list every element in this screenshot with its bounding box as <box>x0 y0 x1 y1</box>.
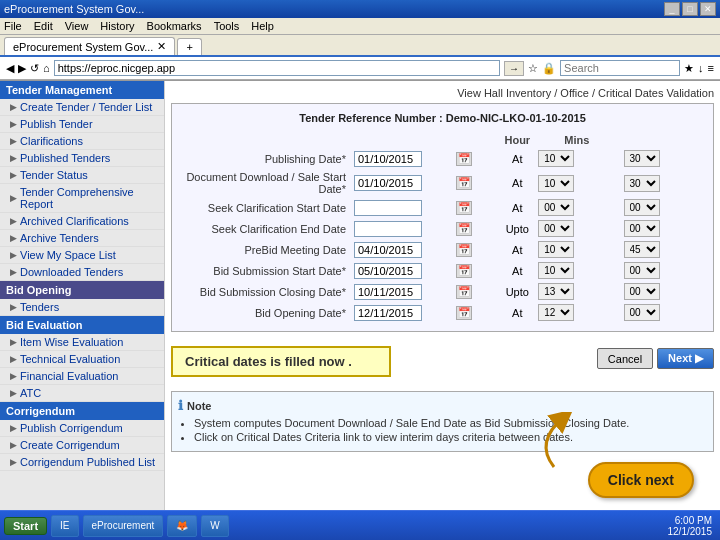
menu-history[interactable]: History <box>100 20 134 32</box>
menu-file[interactable]: File <box>4 20 22 32</box>
calendar-icon-7[interactable]: 📅 <box>456 306 472 320</box>
min-select-4[interactable]: 45 <box>624 241 660 258</box>
browser-title: eProcurement System Gov... <box>4 3 144 15</box>
sidebar-item-corrigendum-list[interactable]: ▶Corrigendum Published List <box>0 454 164 471</box>
bid-evaluation-header: Bid Evaluation <box>0 316 164 334</box>
download-icon[interactable]: ↓ <box>698 62 704 74</box>
calendar-icon-0[interactable]: 📅 <box>456 152 472 166</box>
hour-select-0[interactable]: 10 <box>538 150 574 167</box>
sidebar-item-tenders[interactable]: ▶Tenders <box>0 299 164 316</box>
table-row: PreBid Meeting Date 📅 At 10 45 <box>180 239 705 260</box>
sidebar-item-tender-report[interactable]: ▶Tender Comprehensive Report <box>0 184 164 213</box>
sidebar-item-publish-corrigendum[interactable]: ▶Publish Corrigendum <box>0 420 164 437</box>
sidebar-item-create-tender[interactable]: ▶Create Tender / Tender List <box>0 99 164 116</box>
date-input-3[interactable] <box>354 221 422 237</box>
table-row: Publishing Date* 📅 At 10 30 <box>180 148 705 169</box>
go-button[interactable]: → <box>504 61 524 76</box>
min-select-6[interactable]: 00 <box>624 283 660 300</box>
forward-button[interactable]: ▶ <box>18 62 26 75</box>
settings-icon[interactable]: ≡ <box>708 62 714 74</box>
notification-message: Critical dates is filled now . <box>171 346 391 377</box>
taskbar-ie[interactable]: IE <box>51 515 78 537</box>
date-input-0[interactable] <box>354 151 422 167</box>
sidebar-item-archive-tenders[interactable]: ▶Archive Tenders <box>0 230 164 247</box>
table-row: Seek Clarification End Date 📅 Upto 00 00 <box>180 218 705 239</box>
browser-tab[interactable]: eProcurement System Gov... ✕ <box>4 37 175 55</box>
date-input-1[interactable] <box>354 175 422 191</box>
sidebar-item-financial[interactable]: ▶Financial Evaluation <box>0 368 164 385</box>
home-button[interactable]: ⌂ <box>43 62 50 74</box>
min-select-2[interactable]: 00 <box>624 199 660 216</box>
min-select-1[interactable]: 30 <box>624 175 660 192</box>
start-button[interactable]: Start <box>4 517 47 535</box>
sidebar-item-clarifications[interactable]: ▶Clarifications <box>0 133 164 150</box>
calendar-icon-2[interactable]: 📅 <box>456 201 472 215</box>
hour-select-2[interactable]: 00 <box>538 199 574 216</box>
row-label-0: Publishing Date* <box>180 148 350 169</box>
note-item-0: System computes Document Download / Sale… <box>194 417 707 429</box>
form-panel: Tender Reference Number : Demo-NIC-LKO-0… <box>171 103 714 332</box>
star-icon[interactable]: ☆ <box>528 62 538 75</box>
tab-close-icon[interactable]: ✕ <box>157 40 166 53</box>
sidebar-item-downloaded-tenders[interactable]: ▶Downloaded Tenders <box>0 264 164 281</box>
sidebar-item-atc[interactable]: ▶ATC <box>0 385 164 402</box>
sidebar-item-archived-clarifications[interactable]: ▶Archived Clarifications <box>0 213 164 230</box>
sidebar-item-create-corrigendum[interactable]: ▶Create Corrigendum <box>0 437 164 454</box>
bookmark-icon[interactable]: ★ <box>684 62 694 75</box>
sidebar-item-tender-status[interactable]: ▶Tender Status <box>0 167 164 184</box>
date-input-7[interactable] <box>354 305 422 321</box>
menu-view[interactable]: View <box>65 20 89 32</box>
next-button[interactable]: Next ▶ <box>657 348 714 369</box>
menu-tools[interactable]: Tools <box>214 20 240 32</box>
calendar-icon-5[interactable]: 📅 <box>456 264 472 278</box>
sidebar-item-technical[interactable]: ▶Technical Evaluation <box>0 351 164 368</box>
min-select-3[interactable]: 00 <box>624 220 660 237</box>
menu-help[interactable]: Help <box>251 20 274 32</box>
tab-label: eProcurement System Gov... <box>13 41 153 53</box>
search-input[interactable] <box>560 60 680 76</box>
table-row: Document Download / Sale Start Date* 📅 A… <box>180 169 705 197</box>
at-label-1: At <box>500 169 534 197</box>
min-select-0[interactable]: 30 <box>624 150 660 167</box>
date-input-5[interactable] <box>354 263 422 279</box>
calendar-icon-4[interactable]: 📅 <box>456 243 472 257</box>
row-label-1: Document Download / Sale Start Date* <box>180 169 350 197</box>
hour-select-7[interactable]: 12 <box>538 304 574 321</box>
back-button[interactable]: ◀ <box>6 62 14 75</box>
restore-button[interactable]: □ <box>682 2 698 16</box>
address-bar-input[interactable] <box>54 60 500 76</box>
hour-select-3[interactable]: 00 <box>538 220 574 237</box>
sidebar-item-item-wise[interactable]: ▶Item Wise Evaluation <box>0 334 164 351</box>
table-row: Seek Clarification Start Date 📅 At 00 00 <box>180 197 705 218</box>
row-label-2: Seek Clarification Start Date <box>180 197 350 218</box>
min-select-7[interactable]: 00 <box>624 304 660 321</box>
table-row: Bid Submission Start Date* 📅 At 10 00 <box>180 260 705 281</box>
calendar-icon-3[interactable]: 📅 <box>456 222 472 236</box>
hour-select-4[interactable]: 10 <box>538 241 574 258</box>
calendar-icon-6[interactable]: 📅 <box>456 285 472 299</box>
cancel-button[interactable]: Cancel <box>597 348 653 369</box>
hour-select-5[interactable]: 10 <box>538 262 574 279</box>
menu-edit[interactable]: Edit <box>34 20 53 32</box>
date-input-4[interactable] <box>354 242 422 258</box>
date-input-2[interactable] <box>354 200 422 216</box>
date-input-6[interactable] <box>354 284 422 300</box>
sidebar-item-view-my-space[interactable]: ▶View My Space List <box>0 247 164 264</box>
new-tab-button[interactable]: + <box>177 38 201 55</box>
minimize-button[interactable]: _ <box>664 2 680 16</box>
bid-opening-header: Bid Opening <box>0 281 164 299</box>
hour-select-1[interactable]: 10 <box>538 175 574 192</box>
menu-bookmarks[interactable]: Bookmarks <box>147 20 202 32</box>
taskbar-browser-window[interactable]: eProcurement <box>83 515 164 537</box>
hour-select-6[interactable]: 13 <box>538 283 574 300</box>
row-label-7: Bid Opening Date* <box>180 302 350 323</box>
min-select-5[interactable]: 00 <box>624 262 660 279</box>
taskbar-firefox[interactable]: 🦊 <box>167 515 197 537</box>
refresh-button[interactable]: ↺ <box>30 62 39 75</box>
at-label-0: At <box>500 148 534 169</box>
close-button[interactable]: ✕ <box>700 2 716 16</box>
sidebar-item-publish-tender[interactable]: ▶Publish Tender <box>0 116 164 133</box>
sidebar-item-published-tenders[interactable]: ▶Published Tenders <box>0 150 164 167</box>
calendar-icon-1[interactable]: 📅 <box>456 176 472 190</box>
taskbar-word[interactable]: W <box>201 515 228 537</box>
